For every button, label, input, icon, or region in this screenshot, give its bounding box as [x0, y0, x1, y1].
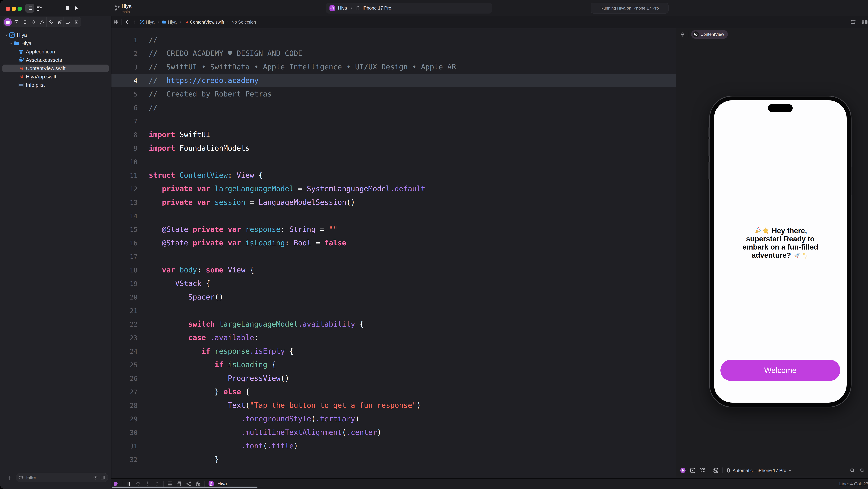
- line-number[interactable]: 27: [112, 385, 137, 399]
- code-line-32[interactable]: 32 }: [112, 453, 676, 466]
- code-line-18[interactable]: 18 var body: some View {: [112, 263, 676, 277]
- editor-options-button[interactable]: [861, 19, 868, 26]
- line-number[interactable]: 1: [112, 33, 137, 47]
- code-line-23[interactable]: 23 case .available:: [112, 331, 676, 345]
- zoom-actual-size-button[interactable]: 1: [859, 468, 865, 473]
- code-line-6[interactable]: 6//: [112, 101, 676, 115]
- line-number[interactable]: 32: [112, 453, 137, 467]
- welcome-button[interactable]: Welcome: [720, 360, 840, 381]
- environment-overrides-button[interactable]: [195, 481, 201, 487]
- code-line-22[interactable]: 22 switch largeLanguageModel.availabilit…: [112, 317, 676, 331]
- line-number[interactable]: 6: [112, 101, 137, 115]
- preview-tab[interactable]: ContentView: [691, 30, 728, 39]
- navigator-tab-bookmark-navigator[interactable]: [21, 17, 29, 27]
- disclosure-chevron-icon[interactable]: [5, 33, 9, 37]
- source-control-status[interactable]: [114, 5, 121, 12]
- code-line-21[interactable]: 21: [112, 304, 676, 317]
- line-number[interactable]: 19: [112, 277, 137, 291]
- stop-button[interactable]: [65, 5, 70, 12]
- line-number[interactable]: 14: [112, 209, 137, 223]
- navigator-tab-issue-navigator[interactable]: [38, 17, 46, 27]
- navigator-tab-debug-navigator[interactable]: [55, 17, 64, 27]
- navigator-tab-project-navigator[interactable]: [4, 17, 12, 27]
- code-line-12[interactable]: 12 private var largeLanguageModel = Syst…: [112, 182, 676, 196]
- line-number[interactable]: 8: [112, 128, 137, 142]
- code-line-14[interactable]: 14: [112, 209, 676, 223]
- ai-assistant-button[interactable]: [36, 5, 43, 12]
- code-line-10[interactable]: 10: [112, 155, 676, 168]
- navigator-sidebar-toggle[interactable]: [25, 4, 34, 13]
- disclosure-chevron-icon[interactable]: [9, 41, 13, 45]
- navigator-tab-breakpoint-navigator[interactable]: [64, 17, 72, 27]
- code-line-16[interactable]: 16 @State private var isLoading: Bool = …: [112, 236, 676, 250]
- breadcrumb-item[interactable]: ContentView.swift: [184, 20, 224, 25]
- live-preview-button[interactable]: [680, 467, 686, 474]
- line-number[interactable]: 30: [112, 426, 137, 439]
- file-tree-item-contentview-swift[interactable]: ContentView.swift: [0, 64, 111, 72]
- line-number[interactable]: 2: [112, 47, 137, 61]
- line-number[interactable]: 10: [112, 155, 137, 169]
- editor-arrows-icon[interactable]: [850, 19, 856, 25]
- variants-button[interactable]: [699, 467, 706, 474]
- pause-execution-button[interactable]: [126, 481, 132, 487]
- code-line-25[interactable]: 25 if isLoading {: [112, 358, 676, 371]
- line-number[interactable]: 4: [112, 74, 137, 88]
- line-number[interactable]: 31: [112, 439, 137, 453]
- step-out-button[interactable]: [154, 481, 160, 487]
- line-number[interactable]: 11: [112, 169, 137, 183]
- go-back-button[interactable]: [124, 20, 129, 25]
- navigator-tab-report-navigator[interactable]: [72, 17, 81, 27]
- step-into-button[interactable]: [145, 481, 151, 487]
- line-number[interactable]: 3: [112, 61, 137, 74]
- editor-horizontal-scrollbar[interactable]: [112, 487, 257, 488]
- memory-graph-button[interactable]: [186, 481, 192, 487]
- code-line-26[interactable]: 26 ProgressView(): [112, 371, 676, 385]
- recent-files-icon[interactable]: [93, 475, 98, 480]
- breadcrumb-item[interactable]: Hiya: [140, 20, 155, 25]
- step-over-button[interactable]: [135, 481, 141, 487]
- breakpoints-toggle[interactable]: [113, 481, 119, 487]
- zoom-window-button[interactable]: [18, 7, 22, 11]
- running-app-icon[interactable]: [208, 481, 214, 487]
- editor-canvas-divider[interactable]: [676, 28, 676, 478]
- code-line-17[interactable]: 17: [112, 250, 676, 263]
- debug-bar-view-button[interactable]: [167, 481, 173, 487]
- close-window-button[interactable]: [6, 7, 10, 11]
- line-number[interactable]: 20: [112, 291, 137, 304]
- file-tree-item-hiya[interactable]: Hiya: [0, 39, 111, 47]
- preview-device-selector[interactable]: Automatic – iPhone 17 Pro: [726, 468, 792, 473]
- code-line-13[interactable]: 13 private var session = LanguageModelSe…: [112, 196, 676, 209]
- code-line-5[interactable]: 5// Created by Robert Petras: [112, 87, 676, 101]
- code-line-4[interactable]: 4// https://credo.academy: [112, 74, 676, 87]
- line-number[interactable]: 23: [112, 331, 137, 345]
- code-line-30[interactable]: 30 .multilineTextAlignment(.center): [112, 426, 676, 439]
- line-number[interactable]: 7: [112, 115, 137, 128]
- line-number[interactable]: 21: [112, 304, 137, 318]
- line-number[interactable]: 29: [112, 413, 137, 426]
- line-number[interactable]: 24: [112, 345, 137, 358]
- code-line-24[interactable]: 24 if response.isEmpty {: [112, 345, 676, 358]
- zoom-out-button[interactable]: [849, 468, 855, 473]
- navigator-tab-source-control-navigator[interactable]: [12, 17, 21, 27]
- run-button[interactable]: [73, 5, 79, 12]
- line-number[interactable]: 15: [112, 223, 137, 236]
- file-tree-item-hiyaapp-swift[interactable]: HiyaApp.swift: [0, 72, 111, 81]
- code-line-27[interactable]: 27 } else {: [112, 385, 676, 399]
- breadcrumb-item[interactable]: Hiya: [162, 20, 177, 25]
- line-number[interactable]: 26: [112, 372, 137, 385]
- add-file-button[interactable]: [7, 475, 12, 481]
- line-number[interactable]: 22: [112, 318, 137, 331]
- code-line-2[interactable]: 2// CREDO ACADEMY ♥ DESIGN AND CODE: [112, 47, 676, 60]
- file-tree-item-appicon-icon[interactable]: AppIcon.icon: [0, 47, 111, 56]
- breadcrumb-item[interactable]: No Selection: [231, 20, 256, 25]
- filter-field[interactable]: [16, 473, 108, 482]
- line-number[interactable]: 13: [112, 196, 137, 209]
- selectable-preview-button[interactable]: [689, 467, 696, 474]
- code-line-28[interactable]: 28 Text("Tap the button to get a fun res…: [112, 399, 676, 412]
- code-line-15[interactable]: 15 @State private var response: String =…: [112, 223, 676, 236]
- navigator-tab-find-navigator[interactable]: [29, 17, 38, 27]
- line-number[interactable]: 9: [112, 142, 137, 155]
- code-line-19[interactable]: 19 VStack {: [112, 277, 676, 290]
- view-hierarchy-button[interactable]: [176, 481, 182, 487]
- code-lines[interactable]: 1//2// CREDO ACADEMY ♥ DESIGN AND CODE3/…: [112, 33, 676, 466]
